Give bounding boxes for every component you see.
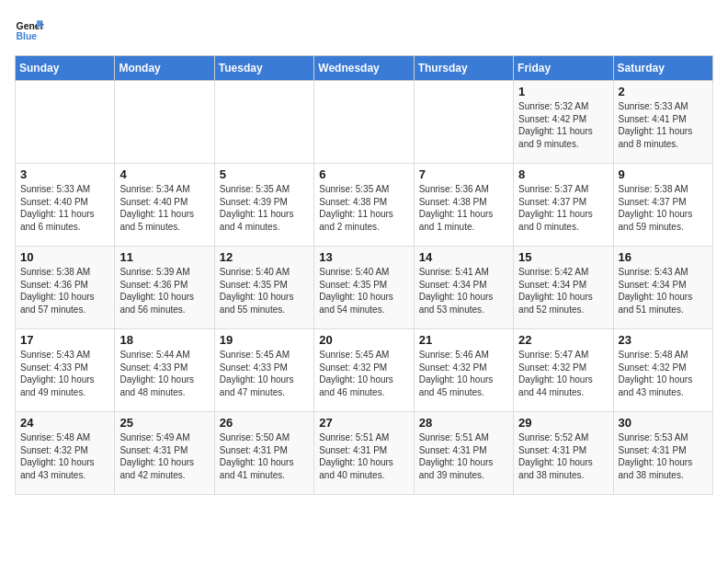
calendar-cell: 22Sunrise: 5:47 AM Sunset: 4:32 PM Dayli… <box>514 329 613 412</box>
day-info: Sunrise: 5:51 AM Sunset: 4:31 PM Dayligh… <box>319 431 408 481</box>
calendar-cell: 3Sunrise: 5:33 AM Sunset: 4:40 PM Daylig… <box>16 164 115 247</box>
calendar-cell: 20Sunrise: 5:45 AM Sunset: 4:32 PM Dayli… <box>314 329 414 412</box>
day-number: 13 <box>319 250 408 264</box>
day-number: 27 <box>319 416 408 430</box>
day-info: Sunrise: 5:37 AM Sunset: 4:37 PM Dayligh… <box>518 183 608 233</box>
day-number: 4 <box>119 167 209 181</box>
day-info: Sunrise: 5:34 AM Sunset: 4:40 PM Dayligh… <box>119 183 209 233</box>
day-number: 29 <box>518 416 608 430</box>
calendar-cell: 30Sunrise: 5:53 AM Sunset: 4:31 PM Dayli… <box>613 412 712 495</box>
weekday-header-friday: Friday <box>514 56 613 81</box>
day-info: Sunrise: 5:50 AM Sunset: 4:31 PM Dayligh… <box>220 431 309 481</box>
day-info: Sunrise: 5:43 AM Sunset: 4:34 PM Dayligh… <box>619 266 708 316</box>
day-info: Sunrise: 5:45 AM Sunset: 4:32 PM Dayligh… <box>319 349 408 398</box>
calendar-cell: 8Sunrise: 5:37 AM Sunset: 4:37 PM Daylig… <box>514 164 613 247</box>
calendar-cell: 6Sunrise: 5:35 AM Sunset: 4:38 PM Daylig… <box>314 164 414 247</box>
day-info: Sunrise: 5:35 AM Sunset: 4:39 PM Dayligh… <box>220 183 309 233</box>
day-info: Sunrise: 5:41 AM Sunset: 4:34 PM Dayligh… <box>419 266 508 316</box>
calendar-cell: 28Sunrise: 5:51 AM Sunset: 4:31 PM Dayli… <box>414 412 513 495</box>
day-number: 15 <box>518 250 608 264</box>
calendar-cell: 11Sunrise: 5:39 AM Sunset: 4:36 PM Dayli… <box>115 247 214 329</box>
calendar-cell: 5Sunrise: 5:35 AM Sunset: 4:39 PM Daylig… <box>214 164 313 247</box>
day-number: 6 <box>319 167 408 181</box>
day-number: 3 <box>20 167 109 181</box>
day-info: Sunrise: 5:38 AM Sunset: 4:37 PM Dayligh… <box>619 183 708 233</box>
day-number: 1 <box>518 85 608 98</box>
day-info: Sunrise: 5:51 AM Sunset: 4:31 PM Dayligh… <box>419 431 508 481</box>
calendar-cell: 16Sunrise: 5:43 AM Sunset: 4:34 PM Dayli… <box>613 247 712 329</box>
day-number: 24 <box>20 416 109 430</box>
day-number: 11 <box>119 250 209 264</box>
calendar-cell: 7Sunrise: 5:36 AM Sunset: 4:38 PM Daylig… <box>414 164 513 247</box>
day-info: Sunrise: 5:43 AM Sunset: 4:33 PM Dayligh… <box>20 349 109 398</box>
calendar-cell: 14Sunrise: 5:41 AM Sunset: 4:34 PM Dayli… <box>414 247 513 329</box>
weekday-header-sunday: Sunday <box>16 56 115 81</box>
day-info: Sunrise: 5:52 AM Sunset: 4:31 PM Dayligh… <box>518 431 608 481</box>
calendar-cell: 17Sunrise: 5:43 AM Sunset: 4:33 PM Dayli… <box>16 329 115 412</box>
day-number: 9 <box>619 167 708 181</box>
calendar-table: SundayMondayTuesdayWednesdayThursdayFrid… <box>15 55 713 495</box>
day-number: 12 <box>220 250 309 264</box>
calendar-cell: 19Sunrise: 5:45 AM Sunset: 4:33 PM Dayli… <box>214 329 313 412</box>
day-number: 7 <box>419 167 508 181</box>
day-info: Sunrise: 5:35 AM Sunset: 4:38 PM Dayligh… <box>319 183 408 233</box>
calendar-cell: 4Sunrise: 5:34 AM Sunset: 4:40 PM Daylig… <box>115 164 214 247</box>
day-number: 18 <box>119 333 209 347</box>
calendar-cell <box>16 81 115 164</box>
day-info: Sunrise: 5:44 AM Sunset: 4:33 PM Dayligh… <box>119 349 209 398</box>
calendar-cell: 9Sunrise: 5:38 AM Sunset: 4:37 PM Daylig… <box>613 164 712 247</box>
day-info: Sunrise: 5:39 AM Sunset: 4:36 PM Dayligh… <box>119 266 209 316</box>
day-info: Sunrise: 5:36 AM Sunset: 4:38 PM Dayligh… <box>419 183 508 233</box>
calendar-cell: 12Sunrise: 5:40 AM Sunset: 4:35 PM Dayli… <box>214 247 313 329</box>
day-number: 19 <box>220 333 309 347</box>
logo: General Blue <box>15 15 44 44</box>
day-number: 30 <box>619 416 708 430</box>
day-number: 26 <box>220 416 309 430</box>
day-info: Sunrise: 5:49 AM Sunset: 4:31 PM Dayligh… <box>119 431 209 481</box>
day-number: 8 <box>518 167 608 181</box>
day-info: Sunrise: 5:42 AM Sunset: 4:34 PM Dayligh… <box>518 266 608 316</box>
calendar-cell: 23Sunrise: 5:48 AM Sunset: 4:32 PM Dayli… <box>613 329 712 412</box>
day-number: 28 <box>419 416 508 430</box>
logo-icon: General Blue <box>15 15 44 44</box>
calendar-cell: 1Sunrise: 5:32 AM Sunset: 4:42 PM Daylig… <box>514 81 613 164</box>
day-info: Sunrise: 5:33 AM Sunset: 4:41 PM Dayligh… <box>619 100 708 150</box>
calendar-cell: 25Sunrise: 5:49 AM Sunset: 4:31 PM Dayli… <box>115 412 214 495</box>
day-info: Sunrise: 5:48 AM Sunset: 4:32 PM Dayligh… <box>619 349 708 398</box>
calendar-cell: 13Sunrise: 5:40 AM Sunset: 4:35 PM Dayli… <box>314 247 414 329</box>
day-number: 14 <box>419 250 508 264</box>
weekday-header-saturday: Saturday <box>613 56 712 81</box>
day-number: 10 <box>20 250 109 264</box>
day-info: Sunrise: 5:45 AM Sunset: 4:33 PM Dayligh… <box>220 349 309 398</box>
weekday-header-tuesday: Tuesday <box>214 56 313 81</box>
calendar-cell: 29Sunrise: 5:52 AM Sunset: 4:31 PM Dayli… <box>514 412 613 495</box>
day-info: Sunrise: 5:40 AM Sunset: 4:35 PM Dayligh… <box>220 266 309 316</box>
day-number: 25 <box>119 416 209 430</box>
calendar-cell: 15Sunrise: 5:42 AM Sunset: 4:34 PM Dayli… <box>514 247 613 329</box>
weekday-header-wednesday: Wednesday <box>314 56 414 81</box>
day-number: 17 <box>20 333 109 347</box>
day-info: Sunrise: 5:53 AM Sunset: 4:31 PM Dayligh… <box>619 431 708 481</box>
day-number: 22 <box>518 333 608 347</box>
day-info: Sunrise: 5:47 AM Sunset: 4:32 PM Dayligh… <box>518 349 608 398</box>
day-number: 23 <box>619 333 708 347</box>
day-info: Sunrise: 5:32 AM Sunset: 4:42 PM Dayligh… <box>518 100 608 150</box>
calendar-cell <box>214 81 313 164</box>
calendar-cell <box>414 81 513 164</box>
day-info: Sunrise: 5:46 AM Sunset: 4:32 PM Dayligh… <box>419 349 508 398</box>
day-number: 5 <box>220 167 309 181</box>
calendar-cell <box>314 81 414 164</box>
weekday-header-monday: Monday <box>115 56 214 81</box>
day-info: Sunrise: 5:48 AM Sunset: 4:32 PM Dayligh… <box>20 431 109 481</box>
calendar-cell: 21Sunrise: 5:46 AM Sunset: 4:32 PM Dayli… <box>414 329 513 412</box>
calendar-cell: 26Sunrise: 5:50 AM Sunset: 4:31 PM Dayli… <box>214 412 313 495</box>
day-number: 2 <box>619 85 708 98</box>
weekday-header-thursday: Thursday <box>414 56 513 81</box>
calendar-cell: 24Sunrise: 5:48 AM Sunset: 4:32 PM Dayli… <box>16 412 115 495</box>
day-number: 21 <box>419 333 508 347</box>
day-number: 16 <box>619 250 708 264</box>
page-header: General Blue <box>15 15 713 44</box>
calendar-cell: 27Sunrise: 5:51 AM Sunset: 4:31 PM Dayli… <box>314 412 414 495</box>
calendar-cell: 2Sunrise: 5:33 AM Sunset: 4:41 PM Daylig… <box>613 81 712 164</box>
day-number: 20 <box>319 333 408 347</box>
